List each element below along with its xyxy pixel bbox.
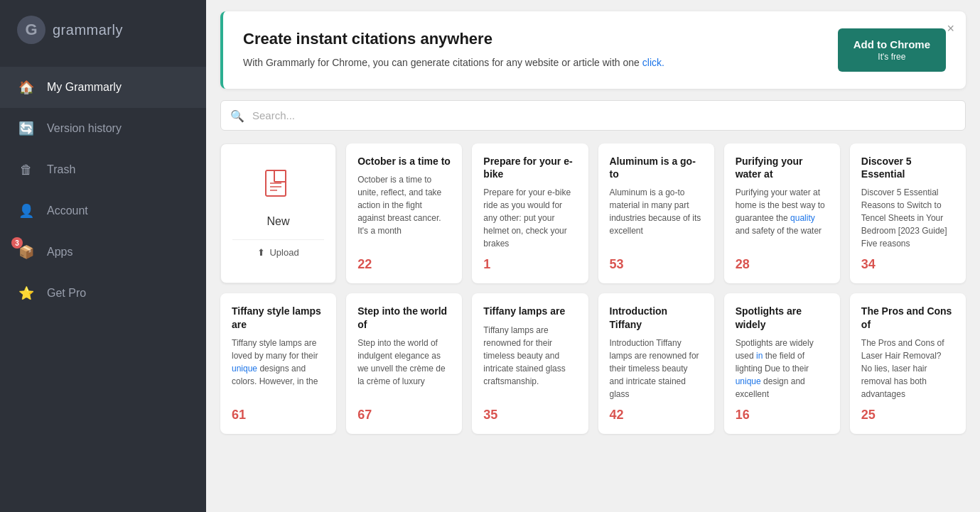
star-icon: ⭐ [17,284,36,303]
card-count: 35 [483,408,576,423]
version-history-icon: 🔄 [17,119,36,138]
doc-card-6[interactable]: Tiffany style lamps are Tiffany style la… [220,293,336,433]
doc-card-10[interactable]: Spotlights are widely Spotlights are wid… [724,293,840,433]
new-label: New [267,215,290,228]
banner-link[interactable]: click. [642,57,664,68]
sidebar-item-version-history[interactable]: 🔄 Version history [0,108,206,149]
account-icon: 👤 [17,202,36,220]
card-title: Aluminum is a go-to [610,155,703,180]
banner-description: With Grammarly for Chrome, you can gener… [243,55,684,70]
sidebar-item-label: Get Pro [47,287,86,300]
search-input[interactable] [220,100,966,131]
sidebar-nav: 🏠 My Grammarly 🔄 Version history 🗑 Trash… [0,67,206,314]
new-document-icon [264,169,293,209]
search-bar: 🔍 [220,100,966,131]
logo-area: G grammarly [0,0,206,60]
card-count: 67 [357,408,451,423]
sidebar-item-label: My Grammarly [47,81,122,94]
sidebar-item-apps[interactable]: 📦 3 Apps [0,232,206,273]
doc-card-11[interactable]: The Pros and Cons of The Pros and Cons o… [850,293,966,433]
upload-icon: ⬆ [257,247,265,258]
sidebar-item-label: Apps [47,246,72,258]
doc-card-7[interactable]: Step into the world of Step into the wor… [346,293,462,433]
add-to-chrome-button[interactable]: Add to Chrome It's free [838,28,946,72]
trash-icon: 🗑 [17,160,36,179]
sidebar-item-account[interactable]: 👤 Account [0,190,206,232]
doc-card-5[interactable]: Discover 5 Essential Discover 5 Essentia… [850,143,966,283]
banner-content: Create instant citations anywhere With G… [243,30,838,70]
logo-icon: G [17,16,45,44]
apps-icon: 📦 3 [17,243,36,261]
sidebar-item-label: Version history [47,122,122,135]
sidebar-item-trash[interactable]: 🗑 Trash [0,149,206,190]
card-preview: Spotlights are widely used in the field … [736,337,829,401]
highlight-word: unique [232,364,257,374]
search-icon: 🔍 [230,109,244,122]
apps-badge: 3 [11,237,23,249]
card-preview: Introduction Tiffany lamps are renowned … [610,337,703,401]
new-upload-card[interactable]: New ⬆ Upload [220,143,336,283]
card-title: The Pros and Cons of [861,305,954,330]
card-count: 25 [861,408,954,423]
sidebar-item-get-pro[interactable]: ⭐ Get Pro [0,273,206,314]
citation-banner: Create instant citations anywhere With G… [220,11,966,89]
doc-card-1[interactable]: October is a time to October is a time t… [346,143,462,283]
sidebar-item-label: Account [47,205,88,217]
card-title: Tiffany lamps are [483,305,576,317]
card-preview: Step into the world of indulgent eleganc… [357,337,451,401]
card-preview: Aluminum is a go-to material in many par… [610,186,703,250]
sidebar: G grammarly 🏠 My Grammarly 🔄 Version his… [0,0,206,512]
card-title: October is a time to [357,155,451,168]
card-preview: Prepare for your e-bike ride as you woul… [483,186,576,250]
card-count: 22 [357,257,451,272]
highlight-word: in [756,351,763,361]
card-title: Introduction Tiffany [610,305,703,330]
banner-title: Create instant citations anywhere [243,30,838,48]
card-preview: Discover 5 Essential Reasons to Switch t… [861,186,954,250]
card-count: 53 [610,257,703,272]
card-preview: Tiffany style lamps are loved by many fo… [232,337,325,401]
doc-card-8[interactable]: Tiffany lamps are Tiffany lamps are reno… [472,293,588,433]
card-count: 28 [736,257,829,272]
upload-button[interactable]: ⬆ Upload [232,239,324,258]
card-title: Discover 5 Essential [861,155,954,180]
card-count: 1 [483,257,576,272]
card-count: 16 [736,408,829,423]
doc-card-3[interactable]: Aluminum is a go-to Aluminum is a go-to … [598,143,714,283]
sidebar-item-label: Trash [47,163,75,176]
card-preview: Tiffany lamps are renowned for their tim… [483,324,576,401]
card-preview: The Pros and Cons of Laser Hair Removal?… [861,337,954,401]
card-count: 42 [610,408,703,423]
svg-rect-2 [274,170,286,182]
doc-card-9[interactable]: Introduction Tiffany Introduction Tiffan… [598,293,714,433]
highlight-word: unique [736,376,761,386]
logo-text: grammarly [53,22,123,38]
card-title: Tiffany style lamps are [232,305,325,330]
main-content: Create instant citations anywhere With G… [206,0,980,512]
cards-grid: New ⬆ Upload October is a time to Octobe… [206,143,980,448]
highlight-word: quality [790,213,815,223]
card-title: Spotlights are widely [736,305,829,330]
banner-close-button[interactable]: × [947,21,954,36]
home-icon: 🏠 [17,78,36,97]
card-preview: Purifying your water at home is the best… [736,186,829,250]
doc-card-2[interactable]: Prepare for your e-bike Prepare for your… [472,143,588,283]
card-title: Step into the world of [357,305,451,330]
card-title: Prepare for your e-bike [483,155,576,180]
card-count: 61 [232,408,325,423]
card-title: Purifying your water at [736,155,829,180]
card-preview: October is a time to unite, reflect, and… [357,173,451,250]
card-count: 34 [861,257,954,272]
doc-card-4[interactable]: Purifying your water at Purifying your w… [724,143,840,283]
upload-label: Upload [269,247,298,258]
sidebar-item-my-grammarly[interactable]: 🏠 My Grammarly [0,67,206,108]
